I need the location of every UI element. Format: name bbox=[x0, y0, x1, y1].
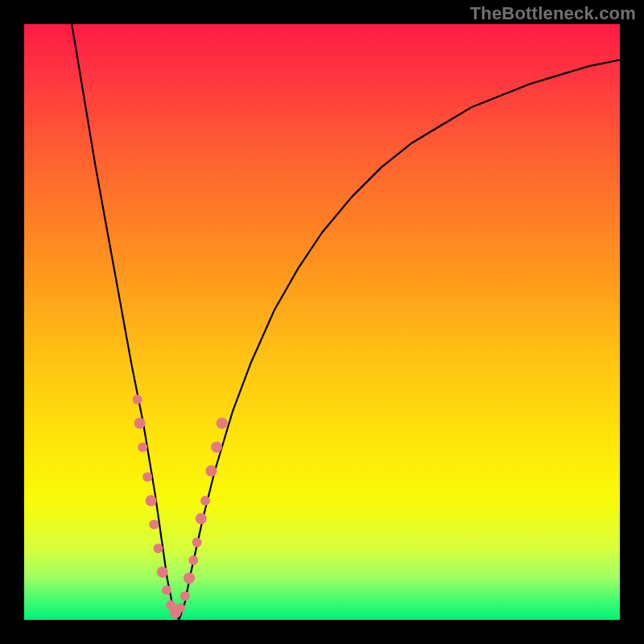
data-marker bbox=[134, 418, 146, 429]
data-marker bbox=[146, 495, 157, 506]
watermark-text: TheBottleneck.com bbox=[470, 3, 636, 24]
chart-plot-area bbox=[24, 24, 620, 620]
data-marker bbox=[157, 567, 168, 578]
data-marker bbox=[154, 543, 163, 553]
data-markers bbox=[133, 394, 228, 618]
data-marker bbox=[138, 442, 147, 452]
data-marker bbox=[200, 496, 210, 506]
data-marker bbox=[142, 472, 152, 481]
data-marker bbox=[175, 603, 185, 613]
chart-frame: TheBottleneck.com bbox=[0, 0, 644, 644]
bottleneck-curve bbox=[72, 24, 620, 620]
data-marker bbox=[133, 394, 142, 404]
data-marker bbox=[196, 513, 207, 524]
data-marker bbox=[205, 465, 217, 477]
data-marker bbox=[149, 520, 159, 530]
data-marker bbox=[184, 572, 195, 584]
data-marker bbox=[211, 441, 222, 452]
chart-svg bbox=[24, 24, 620, 620]
data-marker bbox=[162, 585, 171, 595]
data-marker bbox=[180, 591, 190, 601]
data-marker bbox=[192, 538, 202, 547]
data-marker bbox=[217, 418, 228, 429]
data-marker bbox=[188, 555, 198, 565]
